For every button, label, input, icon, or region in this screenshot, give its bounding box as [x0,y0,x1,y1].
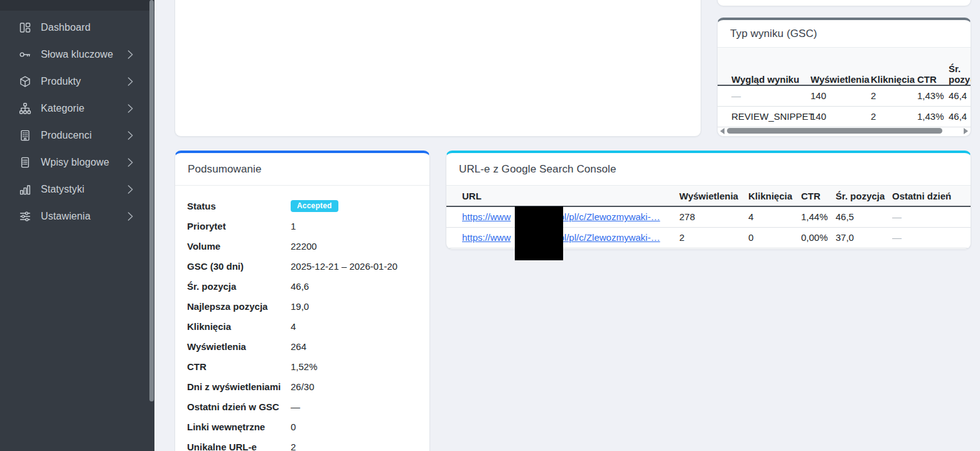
chevron-right-icon [127,103,134,114]
summary-label: Dni z wyświetleniami [187,381,291,392]
table-cell: 1,44% [801,206,836,227]
summary-label: Kliknięcia [187,321,291,332]
table-cell: 0 [748,227,801,248]
summary-label: CTR [187,361,291,372]
column-header: Śr. pozycja [949,48,971,85]
table-header-row: URLWyświetleniaKliknięciaCTRŚr. pozycjaO… [446,186,971,206]
summary-value: Accepted [291,199,338,212]
sidebar-item-producenci[interactable]: Producenci [0,122,154,149]
building-icon [19,129,31,142]
gsc-result-type-table: Wygląd wynikuWyświetleniaKliknięciaCTRŚr… [718,48,971,127]
sitemap-icon [19,102,31,115]
sidebar-header-edge [0,0,154,11]
summary-title: Podsumowanie [188,163,261,176]
sidebar-item-label: Statystyki [41,184,84,195]
sidebar-item-ustawienia[interactable]: Ustawienia [0,203,154,230]
summary-card: Podsumowanie StatusAcceptedPriorytet1Vol… [175,151,430,451]
top-chart-card-partial [175,0,701,137]
summary-value: 26/30 [291,381,315,392]
summary-row: Śr. pozycja46,6 [175,276,429,296]
card-header: Podsumowanie [175,153,429,186]
summary-label: GSC (30 dni) [187,261,291,272]
horizontal-scrollbar-thumb[interactable] [727,128,942,134]
gsc-result-type-table-head: Wygląd wynikuWyświetleniaKliknięciaCTRŚr… [718,48,971,85]
summary-label: Priorytet [187,221,291,231]
table-header-row: Wygląd wynikuWyświetleniaKliknięciaCTRŚr… [718,48,971,85]
table-cell: — [892,206,971,227]
summary-row: Dni z wyświetleniami26/30 [175,376,429,396]
gsc-urls-title: URL-e z Google Search Console [459,163,616,176]
column-header: Kliknięcia [871,48,917,85]
column-header: Wygląd wyniku [718,48,810,85]
summary-row: StatusAccepted [175,196,429,216]
column-header: CTR [801,186,836,206]
summary-value: 1 [291,221,296,231]
table-cell: 0,00% [801,227,836,248]
table-row: —14021,43%46,4 [718,85,971,106]
bar-chart-icon [19,183,31,196]
column-header: Kliknięcia [748,186,801,206]
summary-row: Wyświetlenia264 [175,336,429,356]
column-header: Śr. pozycja [836,186,892,206]
scroll-left-arrow-icon[interactable] [720,128,724,134]
sidebar-nav: DashboardSłowa kluczoweProduktyKategorie… [0,11,154,230]
column-header: Ostatni dzień [892,186,971,206]
sidebar-item-label: Produkty [41,76,81,87]
table-cell: — [892,227,971,248]
card-header: Typ wyniku (GSC) [718,20,971,48]
summary-rows: StatusAcceptedPriorytet1Volume22200GSC (… [175,186,429,451]
table-row: REVIEW_SNIPPET14021,43%46,4 [718,106,971,127]
gsc-urls-table-head: URLWyświetleniaKliknięciaCTRŚr. pozycjaO… [446,186,971,206]
sidebar-item-label: Słowa kluczowe [41,49,113,60]
sidebar-item-label: Wpisy blogowe [41,157,109,168]
sidebar-item-label: Dashboard [41,22,90,33]
table-cell: 4 [748,206,801,227]
chevron-right-icon [127,211,134,221]
key-icon [19,48,31,61]
table-cell: 140 [810,85,871,106]
package-icon [19,75,31,88]
sidebar-item-statystyki[interactable]: Statystyki [0,176,154,203]
summary-label: Linki wewnętrzne [187,422,291,432]
horizontal-scrollbar[interactable] [718,127,971,135]
gsc-result-type-table-body: —14021,43%46,4REVIEW_SNIPPET14021,43%46,… [718,85,971,127]
column-header: URL [446,186,679,206]
table-cell: 1,43% [917,85,949,106]
column-header: Wyświetlenia [679,186,748,206]
summary-value: — [291,401,300,412]
sidebar-scrollbar-thumb[interactable] [149,0,154,401]
sliders-icon [19,210,31,223]
table-cell: 46,5 [836,206,892,227]
summary-value: 46,6 [291,281,309,292]
summary-label: Ostatni dzień w GSC [187,401,291,412]
summary-row: Unikalne URL-e2 [175,437,429,451]
chevron-right-icon [127,130,134,141]
scroll-right-arrow-icon[interactable] [964,128,968,134]
summary-row: Najlepsza pozycja19,0 [175,296,429,316]
summary-value: 19,0 [291,301,309,312]
sidebar-item-label: Kategorie [41,103,84,114]
summary-value: 2 [291,442,296,451]
column-header: CTR [917,48,949,85]
summary-row: Ostatni dzień w GSC— [175,396,429,417]
chevron-right-icon [127,50,134,60]
table-cell: 140 [810,106,871,127]
sidebar-item-wpisy-blogowe[interactable]: Wpisy blogowe [0,149,154,176]
sidebar-item-produkty[interactable]: Produkty [0,68,154,95]
column-header: Wyświetlenia [810,48,871,85]
sidebar: DashboardSłowa kluczoweProduktyKategorie… [0,0,154,451]
summary-label: Status [187,201,291,211]
table-cell: — [718,85,810,106]
sidebar-item-label: Producenci [41,130,92,141]
summary-row: Priorytet1 [175,216,429,236]
gsc-result-type-card: Typ wyniku (GSC) Wygląd wynikuWyświetlen… [717,18,971,137]
app-screen: DashboardSłowa kluczoweProduktyKategorie… [0,0,980,451]
sidebar-item-slowa-kluczowe[interactable]: Słowa kluczowe [0,41,154,68]
summary-value: 22200 [291,241,317,252]
summary-row: Kliknięcia4 [175,316,429,336]
dashboard-icon [19,21,31,34]
sidebar-item-dashboard[interactable]: Dashboard [0,14,154,41]
sidebar-item-kategorie[interactable]: Kategorie [0,95,154,122]
summary-value: 1,52% [291,361,318,372]
sidebar-item-label: Ustawienia [41,211,90,222]
